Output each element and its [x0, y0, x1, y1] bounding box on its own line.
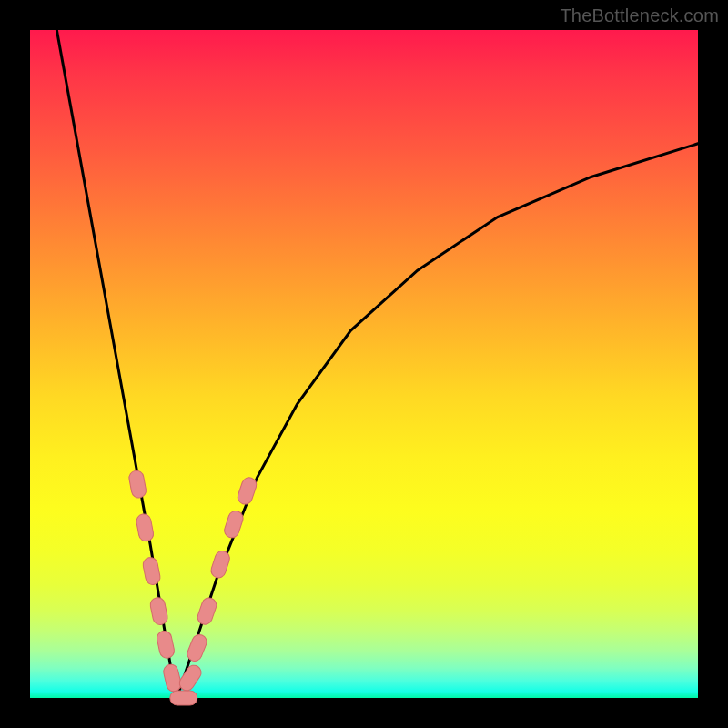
outer-frame: TheBottleneck.com — [0, 0, 728, 728]
data-marker — [136, 513, 155, 542]
data-marker — [170, 691, 197, 705]
data-marker — [128, 470, 147, 499]
data-marker — [149, 596, 169, 626]
data-marker — [156, 630, 176, 660]
data-marker — [196, 596, 218, 627]
data-marker — [209, 549, 231, 579]
data-marker — [162, 663, 182, 693]
data-marker — [236, 476, 258, 507]
data-marker — [142, 556, 162, 586]
chart-svg — [30, 30, 698, 698]
curve-group — [56, 30, 698, 698]
watermark-text: TheBottleneck.com — [560, 5, 719, 26]
marker-group — [128, 470, 258, 705]
curve-right-arm — [177, 144, 698, 698]
data-marker — [223, 509, 246, 539]
data-marker — [186, 632, 209, 663]
